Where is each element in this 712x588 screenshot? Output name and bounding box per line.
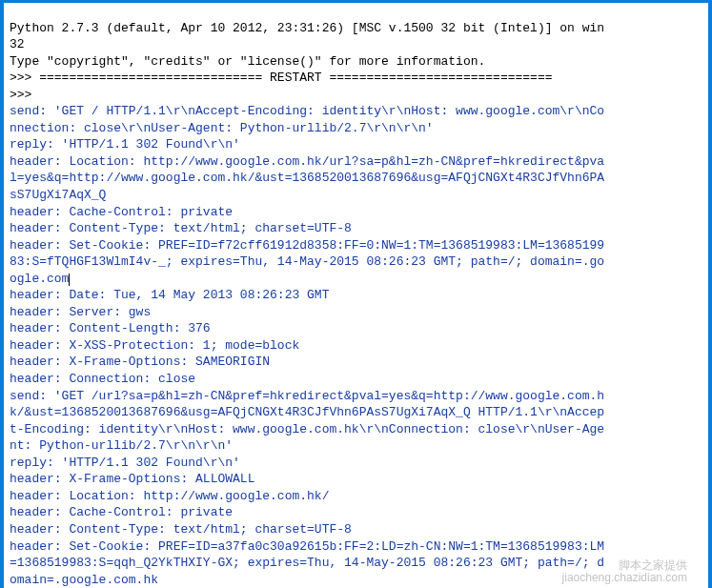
http-line: header: Connection: close: [10, 372, 195, 386]
idle-window: Python 2.7.3 (default, Apr 10 2012, 23:3…: [0, 0, 712, 588]
http-line: t-Encoding: identity\r\nHost: www.google…: [10, 422, 604, 436]
prompt: >>>: [10, 71, 39, 85]
http-line: header: Date: Tue, 14 May 2013 08:26:23 …: [10, 288, 329, 302]
http-line: header: Cache-Control: private: [10, 505, 233, 519]
http-line: 83:S=fTQHGF13WlmI4v-_; expires=Thu, 14-M…: [10, 254, 604, 269]
restart-banner: ============================== RESTART =…: [39, 71, 552, 85]
http-line: reply: 'HTTP/1.1 302 Found\r\n': [10, 456, 240, 470]
http-line: header: Content-Type: text/html; charset…: [10, 221, 352, 235]
http-line: omain=.google.com.hk: [10, 573, 158, 587]
http-line: nt: Python-urllib/2.7\r\n\r\n': [10, 438, 233, 453]
http-line: nnection: close\r\nUser-Agent: Python-ur…: [10, 121, 434, 135]
http-line: send: 'GET /url?sa=p&hl=zh-CN&pref=hkred…: [10, 389, 604, 403]
http-line: header: Location: http://www.google.com.…: [10, 154, 604, 169]
http-line: header: X-Frame-Options: SAMEORIGIN: [10, 355, 270, 369]
http-line: header: Set-Cookie: PREF=ID=a37fa0c30a92…: [10, 539, 604, 554]
text-cursor: [69, 274, 70, 286]
prompt: >>>: [10, 88, 39, 102]
http-line: ogle.com: [10, 272, 69, 286]
http-line: header: Server: gws: [10, 305, 151, 319]
http-line: l=yes&q=http://www.google.com.hk/&ust=13…: [10, 171, 604, 185]
python-help-line: Type "copyright", "credits" or "license(…: [10, 54, 485, 69]
http-line: header: X-XSS-Protection: 1; mode=block: [10, 338, 299, 353]
http-line: header: Set-Cookie: PREF=ID=f72cff61912d…: [10, 238, 604, 253]
http-line: header: Content-Length: 376: [10, 321, 211, 335]
http-line: reply: 'HTTP/1.1 302 Found\r\n': [10, 137, 240, 152]
python-platform-line: 32: [10, 37, 25, 51]
http-line: header: X-Frame-Options: ALLOWALL: [10, 472, 254, 486]
http-line: k/&ust=1368520013687696&usg=AFQjCNGXt4R3…: [10, 405, 604, 419]
http-line: send: 'GET / HTTP/1.1\r\nAccept-Encoding…: [10, 104, 604, 118]
http-line: =1368519983:S=qqh_Q2YkTHXIY-GX; expires=…: [10, 556, 604, 570]
http-line: sS7UgXi7AqX_Q: [10, 188, 106, 202]
http-line: header: Content-Type: text/html; charset…: [10, 522, 352, 537]
http-line: header: Location: http://www.google.com.…: [10, 489, 329, 503]
python-version-line: Python 2.7.3 (default, Apr 10 2012, 23:3…: [10, 21, 604, 35]
http-line: header: Cache-Control: private: [10, 205, 233, 219]
console-output[interactable]: Python 2.7.3 (default, Apr 10 2012, 23:3…: [4, 3, 708, 588]
